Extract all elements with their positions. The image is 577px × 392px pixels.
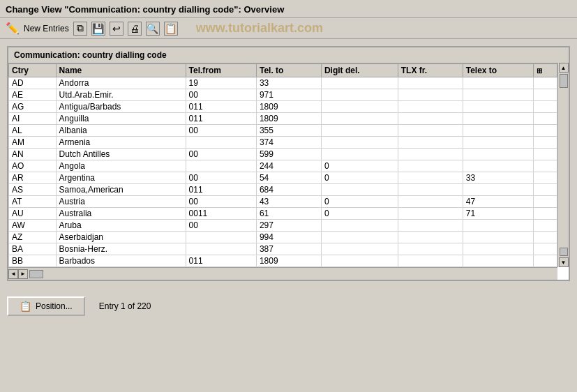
- title-bar: Change View "Communication: country dial…: [0, 0, 577, 18]
- cell-telfrom: 011: [186, 101, 256, 113]
- save-icon[interactable]: 💾: [91, 22, 105, 36]
- content-area: Communication: country dialling code ▲ ▼…: [0, 39, 577, 288]
- cell-ctry: AR: [9, 172, 57, 184]
- find-icon[interactable]: 🔍: [146, 22, 160, 36]
- cell-telto: 33: [256, 77, 321, 89]
- table-row[interactable]: BABosnia-Herz.387: [9, 243, 557, 255]
- cell-tlxfr: [398, 184, 463, 196]
- footer-area: 📋 Position... Entry 1 of 220: [0, 288, 577, 324]
- print-icon[interactable]: 🖨: [128, 22, 142, 36]
- cell-telexto: [463, 160, 533, 172]
- cell-ctry: BA: [9, 243, 57, 255]
- cell-name: Antigua/Barbads: [56, 101, 186, 113]
- scroll-down-button[interactable]: ▼: [559, 257, 569, 267]
- scroll-checkbox[interactable]: [560, 248, 568, 256]
- cell-tlxfr: [398, 77, 463, 89]
- cell-telfrom: [186, 160, 256, 172]
- new-entries-button[interactable]: New Entries: [24, 24, 69, 33]
- new-entries-icon[interactable]: ✏️: [6, 22, 20, 36]
- cell-telfrom: 011: [186, 184, 256, 196]
- data-table: Ctry Name Tel.from Tel. to Digit del. TL…: [8, 63, 557, 267]
- cell-tlxfr: [398, 160, 463, 172]
- cell-ctry: BB: [9, 255, 57, 267]
- cell-name: Anguilla: [56, 113, 186, 125]
- cell-digit: [321, 101, 398, 113]
- cell-digit: 0: [321, 160, 398, 172]
- cell-ctry: AI: [9, 113, 57, 125]
- table-row[interactable]: AOAngola2440: [9, 160, 557, 172]
- cell-telexto: 47: [463, 196, 533, 208]
- cell-telto: 297: [256, 220, 321, 232]
- cell-icon: [534, 184, 557, 196]
- cell-icon: [534, 172, 557, 184]
- cell-name: Utd.Arab.Emir.: [56, 89, 186, 101]
- cell-ctry: AL: [9, 125, 57, 137]
- cell-name: Andorra: [56, 77, 186, 89]
- cell-icon: [534, 125, 557, 137]
- cell-telto: 355: [256, 125, 321, 137]
- cell-tlxfr: [398, 101, 463, 113]
- col-header-digit: Digit del.: [321, 64, 398, 77]
- cell-name: Armenia: [56, 137, 186, 149]
- table-row[interactable]: ALAlbania00355: [9, 125, 557, 137]
- cell-telto: 599: [256, 149, 321, 160]
- cell-telexto: [463, 184, 533, 196]
- position-button[interactable]: 📋 Position...: [7, 296, 85, 316]
- cell-tlxfr: [398, 89, 463, 101]
- scroll-thumb[interactable]: [560, 74, 568, 88]
- cell-digit: 0: [321, 196, 398, 208]
- cell-telfrom: 0011: [186, 208, 256, 220]
- cell-telfrom: [186, 243, 256, 255]
- cell-tlxfr: [398, 208, 463, 220]
- cell-name: Barbados: [56, 255, 186, 267]
- h-scroll-thumb[interactable]: [29, 270, 43, 278]
- table-container: Communication: country dialling code ▲ ▼…: [7, 46, 570, 281]
- cell-ctry: AW: [9, 220, 57, 232]
- cell-telto: 244: [256, 160, 321, 172]
- table-row[interactable]: AUAustralia001161071: [9, 208, 557, 220]
- table-row[interactable]: BBBarbados0111809: [9, 255, 557, 267]
- table-row[interactable]: ASSamoa,American011684: [9, 184, 557, 196]
- cell-telexto: [463, 149, 533, 160]
- cell-tlxfr: [398, 232, 463, 243]
- cell-name: Albania: [56, 125, 186, 137]
- cell-telfrom: [186, 232, 256, 243]
- cell-telto: 971: [256, 89, 321, 101]
- table-wrapper: Communication: country dialling code ▲ ▼…: [7, 46, 570, 281]
- cell-digit: [321, 137, 398, 149]
- table-row[interactable]: ADAndorra1933: [9, 77, 557, 89]
- cell-digit: 0: [321, 172, 398, 184]
- scroll-up-button[interactable]: ▲: [559, 63, 569, 73]
- scroll-right-button[interactable]: ►: [18, 269, 28, 279]
- cell-digit: [321, 243, 398, 255]
- cell-icon: [534, 77, 557, 89]
- table-row[interactable]: AEUtd.Arab.Emir.00971: [9, 89, 557, 101]
- entry-info: Entry 1 of 220: [99, 301, 151, 311]
- cell-ctry: AT: [9, 196, 57, 208]
- cell-icon: [534, 113, 557, 125]
- table-row[interactable]: AGAntigua/Barbads0111809: [9, 101, 557, 113]
- table-row[interactable]: AZAserbaidjan994: [9, 232, 557, 243]
- col-header-icon: ⊞: [534, 64, 557, 77]
- undo-icon[interactable]: ↩: [110, 22, 123, 36]
- cell-telfrom: 00: [186, 196, 256, 208]
- cell-name: Austria: [56, 196, 186, 208]
- cell-ctry: AN: [9, 149, 57, 160]
- table-row[interactable]: AMArmenia374: [9, 137, 557, 149]
- table-body: ADAndorra1933AEUtd.Arab.Emir.00971AGAnti…: [9, 77, 557, 267]
- table-row[interactable]: ATAustria0043047: [9, 196, 557, 208]
- table-row[interactable]: ARArgentina0054033: [9, 172, 557, 184]
- cell-ctry: AZ: [9, 232, 57, 243]
- cell-tlxfr: [398, 255, 463, 267]
- table-row[interactable]: AWAruba00297: [9, 220, 557, 232]
- cell-digit: [321, 113, 398, 125]
- other-icon[interactable]: 📋: [164, 22, 178, 36]
- scroll-left-button[interactable]: ◄: [8, 269, 18, 279]
- copy-icon[interactable]: ⧉: [73, 22, 87, 36]
- cell-telfrom: 00: [186, 125, 256, 137]
- table-header: Ctry Name Tel.from Tel. to Digit del. TL…: [9, 64, 557, 77]
- cell-icon: [534, 220, 557, 232]
- table-row[interactable]: AIAnguilla0111809: [9, 113, 557, 125]
- table-row[interactable]: ANDutch Antilles00599: [9, 149, 557, 160]
- cell-digit: 0: [321, 208, 398, 220]
